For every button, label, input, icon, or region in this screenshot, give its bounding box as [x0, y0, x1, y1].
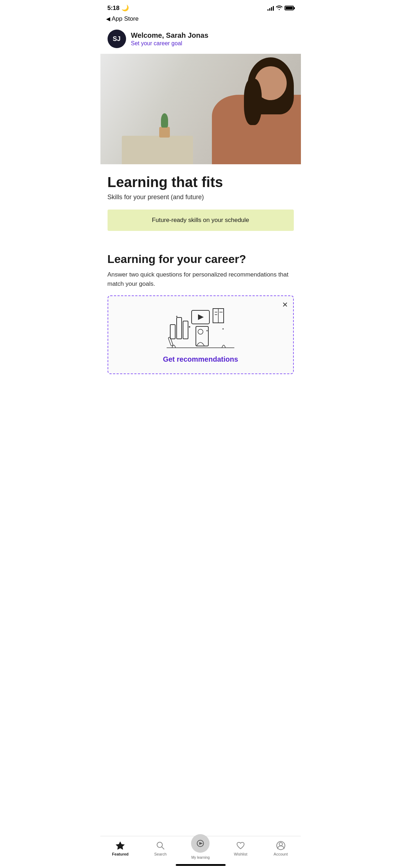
svg-rect-1	[177, 317, 182, 339]
svg-text:✦: ✦	[188, 325, 191, 329]
get-recommendations-link[interactable]: Get recommendations	[114, 355, 287, 363]
welcome-text: Welcome, Sarah Jonas	[131, 31, 209, 40]
signal-icon	[267, 6, 274, 11]
recommendations-card: ✕ ✦ ✦ ✦ ✦	[108, 295, 294, 374]
hero-image	[100, 54, 301, 164]
status-time: 5:18 🌙	[108, 4, 129, 12]
close-button[interactable]: ✕	[282, 301, 288, 308]
status-icons	[267, 5, 294, 11]
user-header: SJ Welcome, Sarah Jonas Set your career …	[100, 26, 301, 54]
time-display: 5:18	[108, 5, 120, 12]
career-goal-link[interactable]: Set your career goal	[131, 40, 209, 47]
wifi-icon	[276, 5, 282, 11]
avatar: SJ	[108, 30, 126, 48]
battery-icon	[285, 6, 294, 10]
svg-point-6	[198, 329, 203, 334]
status-bar: 5:18 🌙	[100, 0, 301, 14]
career-description: Answer two quick questions for personali…	[108, 270, 294, 288]
app-store-back-bar: ◀ App Store	[100, 14, 301, 26]
subtitle: Skills for your present (and future)	[108, 193, 294, 201]
career-title: Learning for your career?	[108, 252, 294, 266]
svg-text:✦: ✦	[176, 315, 178, 318]
moon-icon: 🌙	[121, 4, 129, 12]
career-section: Learning for your career? Answer two qui…	[100, 249, 301, 388]
svg-text:✦: ✦	[222, 327, 224, 331]
app-store-label[interactable]: App Store	[112, 15, 139, 22]
svg-rect-7	[168, 337, 173, 346]
recommendations-illustration: ✦ ✦ ✦ ✦	[167, 303, 234, 350]
user-info: Welcome, Sarah Jonas Set your career goa…	[131, 31, 209, 47]
cta-button[interactable]: Future-ready skills on your schedule	[108, 210, 294, 231]
svg-marker-4	[198, 314, 204, 320]
svg-text:✦: ✦	[206, 329, 208, 332]
back-arrow-icon: ◀	[106, 16, 110, 22]
content-section: Learning that fits Skills for your prese…	[100, 164, 301, 249]
svg-rect-2	[183, 321, 188, 339]
svg-rect-0	[170, 325, 175, 339]
main-title: Learning that fits	[108, 174, 294, 190]
